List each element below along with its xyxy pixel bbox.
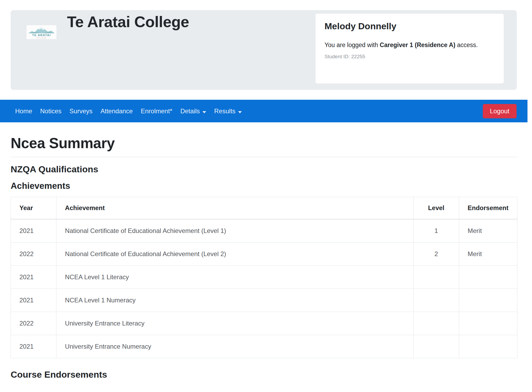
nav-item-label: Attendance [101, 107, 133, 115]
access-description: You are logged with Caregiver 1 (Residen… [325, 39, 484, 51]
chevron-down-icon [238, 111, 242, 113]
svg-text:TE ARATAI: TE ARATAI [32, 34, 51, 37]
masthead: TE ARATAI COLLEGE Te Aratai College Melo… [11, 10, 517, 90]
nav-item-home[interactable]: Home [11, 107, 36, 115]
cell-endorsement [459, 266, 517, 289]
achievements-table: YearAchievementLevelEndorsement 2021Nati… [11, 197, 517, 358]
cell-year: 2022 [11, 243, 56, 266]
nav-item-label: Notices [40, 107, 61, 115]
column-header-achievement: Achievement [56, 197, 413, 219]
cell-achievement: National Certificate of Educational Achi… [56, 219, 413, 243]
cell-level [413, 266, 459, 289]
cell-level [413, 312, 459, 335]
column-header-endorsement: Endorsement [459, 197, 517, 219]
svg-text:COLLEGE: COLLEGE [36, 37, 47, 39]
nav-item-results[interactable]: Results [210, 107, 246, 115]
cell-year: 2021 [11, 219, 56, 243]
nav-item-label: Surveys [69, 107, 93, 115]
college-logo: TE ARATAI COLLEGE [27, 25, 56, 39]
section-title-course-endorsements: Course Endorsements [11, 369, 517, 380]
cell-level [413, 289, 459, 312]
nav-item-label: Enrolment* [141, 107, 172, 115]
cell-achievement: University Entrance Numeracy [56, 335, 413, 358]
logout-button[interactable]: Logout [483, 104, 517, 118]
nav-item-notices[interactable]: Notices [36, 107, 65, 115]
access-suffix: access. [455, 41, 478, 48]
mountain-logo-icon: TE ARATAI COLLEGE [27, 25, 56, 39]
subsection-title-achievements: Achievements [11, 181, 517, 191]
cell-achievement: NCEA Level 1 Numeracy [56, 289, 413, 312]
nav-items: HomeNoticesSurveysAttendanceEnrolment*De… [11, 107, 246, 115]
cell-year: 2022 [11, 312, 56, 335]
user-name: Melody Donnelly [325, 21, 495, 31]
nav-item-label: Details [180, 107, 200, 115]
student-id: Student ID: 22255 [325, 54, 495, 60]
column-header-level: Level [413, 197, 459, 219]
nav-item-surveys[interactable]: Surveys [65, 107, 97, 115]
cell-level: 2 [413, 243, 459, 266]
achievements-table-header-row: YearAchievementLevelEndorsement [11, 197, 517, 219]
achievements-table-body: 2021National Certificate of Educational … [11, 219, 517, 358]
table-row: 2022National Certificate of Educational … [11, 243, 517, 266]
cell-achievement: NCEA Level 1 Literacy [56, 266, 413, 289]
page-title: Ncea Summary [11, 135, 517, 152]
section-title-nzqa-qualifications: NZQA Qualifications [11, 164, 517, 174]
table-row: 2022University Entrance Literacy [11, 312, 517, 335]
nav-item-label: Results [214, 107, 235, 115]
cell-endorsement [459, 312, 517, 335]
table-row: 2021NCEA Level 1 Literacy [11, 266, 517, 289]
main-navbar: HomeNoticesSurveysAttendanceEnrolment*De… [0, 100, 527, 122]
nav-item-label: Home [15, 107, 32, 115]
cell-endorsement: Merit [459, 219, 517, 243]
cell-endorsement: Merit [459, 243, 517, 266]
cell-achievement: University Entrance Literacy [56, 312, 413, 335]
cell-endorsement [459, 335, 517, 358]
main-content: Ncea Summary NZQA Qualifications Achieve… [11, 135, 517, 380]
cell-level: 1 [413, 219, 459, 243]
nav-item-attendance[interactable]: Attendance [97, 107, 137, 115]
cell-achievement: National Certificate of Educational Achi… [56, 243, 413, 266]
nav-item-enrolment[interactable]: Enrolment* [137, 107, 176, 115]
user-card: Melody Donnelly You are logged with Care… [315, 13, 504, 84]
access-prefix: You are logged with [325, 41, 380, 48]
title-divider [11, 157, 517, 157]
table-row: 2021National Certificate of Educational … [11, 219, 517, 243]
cell-year: 2021 [11, 335, 56, 358]
table-row: 2021University Entrance Numeracy [11, 335, 517, 358]
access-role: Caregiver 1 (Residence A) [380, 41, 455, 48]
cell-year: 2021 [11, 289, 56, 312]
table-row: 2021NCEA Level 1 Numeracy [11, 289, 517, 312]
college-name: Te Aratai College [67, 13, 189, 31]
chevron-down-icon [202, 111, 206, 113]
cell-level [413, 335, 459, 358]
nav-item-details[interactable]: Details [176, 107, 210, 115]
column-header-year: Year [11, 197, 56, 219]
cell-year: 2021 [11, 266, 56, 289]
cell-endorsement [459, 289, 517, 312]
